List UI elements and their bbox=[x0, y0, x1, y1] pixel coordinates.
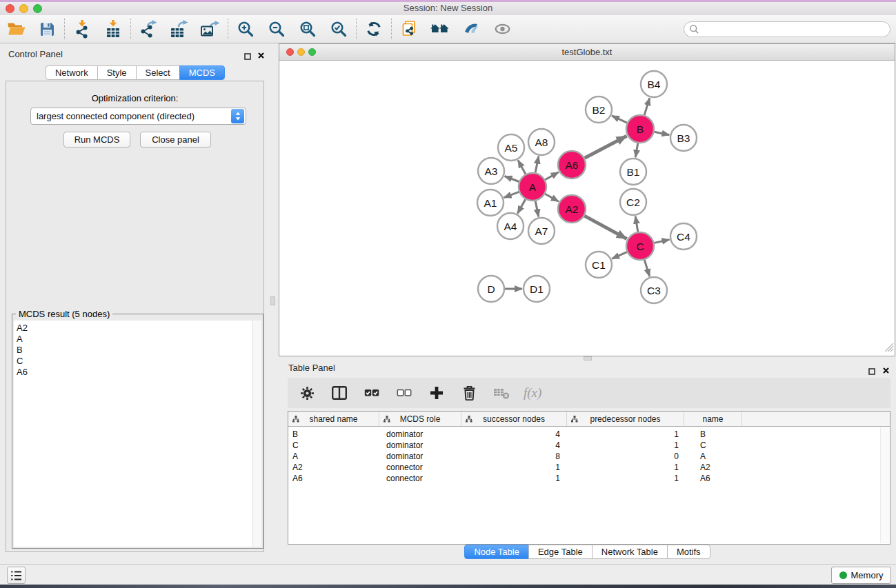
graph-edge-A6-B[interactable] bbox=[585, 136, 627, 158]
vertical-divider-handle[interactable] bbox=[270, 296, 275, 305]
graph-node-A[interactable]: A bbox=[519, 173, 546, 201]
table-row[interactable]: Adominator80A bbox=[288, 451, 890, 462]
import-table-button[interactable] bbox=[103, 17, 123, 41]
graph-edge-C-C4[interactable] bbox=[655, 240, 670, 243]
new-session-button[interactable] bbox=[399, 17, 419, 41]
graph-node-C[interactable]: C bbox=[626, 232, 654, 260]
mcds-result-item[interactable]: A bbox=[17, 334, 252, 345]
table-row[interactable]: A2connector11A2 bbox=[288, 462, 890, 473]
maximize-window-button[interactable] bbox=[33, 4, 42, 13]
import-network-button[interactable] bbox=[72, 17, 92, 41]
graph-edge-A2-C[interactable] bbox=[584, 216, 626, 239]
table-row[interactable]: A6connector11A6 bbox=[288, 473, 890, 484]
memory-button[interactable]: Memory bbox=[831, 567, 891, 584]
mcds-result-item[interactable]: C bbox=[17, 356, 252, 367]
graph-node-D[interactable]: D bbox=[478, 276, 504, 302]
network-canvas[interactable]: AA1A2A3A4A5A6A7A8BB1B2B3B4CC1C2C3C4DD1 bbox=[279, 61, 895, 356]
table-settings-button[interactable] bbox=[297, 381, 317, 405]
tab-select[interactable]: Select bbox=[136, 65, 180, 80]
graph-node-A1[interactable]: A1 bbox=[477, 190, 504, 216]
minimize-network-button[interactable] bbox=[297, 48, 305, 56]
float-table-panel-button[interactable] bbox=[868, 365, 875, 378]
home-button[interactable] bbox=[430, 17, 450, 41]
graph-node-A2[interactable]: A2 bbox=[558, 195, 586, 223]
tab-style[interactable]: Style bbox=[97, 65, 137, 80]
tab-network-table[interactable]: Network Table bbox=[592, 545, 668, 559]
graph-node-D1[interactable]: D1 bbox=[524, 276, 550, 302]
export-image-button[interactable] bbox=[200, 17, 221, 41]
graph-edge-B-B2[interactable] bbox=[612, 116, 627, 123]
graph-node-C2[interactable]: C2 bbox=[620, 189, 646, 215]
column-header-name[interactable]: name bbox=[684, 412, 742, 426]
close-network-button[interactable] bbox=[286, 48, 294, 56]
graph-node-A4[interactable]: A4 bbox=[497, 213, 524, 239]
graph-edge-A-A4[interactable] bbox=[517, 199, 525, 213]
zoom-fit-button[interactable] bbox=[297, 17, 318, 41]
graph-edge-A-A6[interactable] bbox=[545, 172, 559, 180]
mcds-result-item[interactable]: B bbox=[17, 345, 252, 356]
column-header-successor-nodes[interactable]: successor nodes bbox=[461, 412, 567, 426]
graph-edge-A-A1[interactable] bbox=[504, 192, 519, 197]
graph-node-B1[interactable]: B1 bbox=[620, 159, 646, 185]
run-mcds-button[interactable]: Run MCDS bbox=[63, 132, 130, 148]
deselect-all-button[interactable] bbox=[394, 381, 415, 405]
float-panel-button[interactable] bbox=[244, 50, 251, 63]
tab-mcds[interactable]: MCDS bbox=[179, 65, 225, 80]
close-window-button[interactable] bbox=[6, 4, 14, 13]
result-scrollbar[interactable] bbox=[252, 321, 261, 547]
graph-edge-B-B1[interactable] bbox=[635, 143, 637, 158]
graph-node-C3[interactable]: C3 bbox=[641, 277, 667, 303]
horizontal-divider-handle[interactable] bbox=[584, 356, 592, 361]
table-row[interactable]: Bdominator41B bbox=[288, 429, 890, 440]
graph-node-B3[interactable]: B3 bbox=[670, 125, 697, 151]
graph-edge-C-C1[interactable] bbox=[612, 252, 627, 259]
graph-edge-A-A3[interactable] bbox=[505, 176, 519, 182]
graph-node-A6[interactable]: A6 bbox=[558, 151, 586, 179]
tab-network[interactable]: Network bbox=[46, 65, 98, 80]
graph-node-B4[interactable]: B4 bbox=[641, 71, 667, 97]
zoom-in-button[interactable] bbox=[235, 17, 256, 41]
column-header-MCDS-role[interactable]: MCDS role bbox=[379, 412, 461, 426]
search-box[interactable] bbox=[684, 21, 890, 37]
graph-node-B2[interactable]: B2 bbox=[586, 97, 612, 123]
tab-node-table[interactable]: Node Table bbox=[464, 545, 529, 559]
graph-node-B[interactable]: B bbox=[626, 115, 654, 143]
column-header-shared-name[interactable]: shared name bbox=[288, 412, 379, 426]
function-builder-button[interactable]: f(x) bbox=[524, 381, 541, 405]
graph-node-A5[interactable]: A5 bbox=[498, 134, 524, 161]
graph-node-C1[interactable]: C1 bbox=[586, 252, 612, 278]
birdseye-toggle-button[interactable] bbox=[461, 17, 481, 41]
graph-edge-C-C2[interactable] bbox=[635, 216, 638, 232]
resize-grip[interactable] bbox=[885, 343, 894, 355]
zoom-selected-button[interactable] bbox=[328, 17, 349, 41]
graph-edge-A-A7[interactable] bbox=[535, 201, 539, 217]
graph-edge-A-A5[interactable] bbox=[518, 160, 526, 174]
graph-edge-A-A2[interactable] bbox=[545, 194, 559, 201]
graph-node-C4[interactable]: C4 bbox=[670, 223, 697, 250]
graph-node-A8[interactable]: A8 bbox=[528, 129, 555, 155]
table-row[interactable]: Cdominator41C bbox=[288, 440, 890, 451]
save-session-button[interactable] bbox=[37, 17, 57, 41]
close-table-panel-button[interactable] bbox=[882, 365, 890, 377]
mcds-result-list[interactable]: A2ABCA6 bbox=[14, 321, 252, 547]
delete-column-button[interactable] bbox=[459, 381, 479, 405]
open-session-button[interactable] bbox=[6, 17, 26, 41]
tab-edge-table[interactable]: Edge Table bbox=[528, 545, 593, 559]
graph-edge-A-A8[interactable] bbox=[535, 156, 539, 173]
maximize-network-button[interactable] bbox=[308, 48, 316, 56]
export-network-button[interactable] bbox=[138, 17, 159, 41]
graph-edge-B-B4[interactable] bbox=[644, 98, 650, 115]
add-column-button[interactable] bbox=[426, 381, 447, 405]
graph-edge-C-C3[interactable] bbox=[644, 260, 649, 276]
table-scrollbar[interactable] bbox=[880, 427, 889, 543]
zoom-out-button[interactable] bbox=[266, 17, 287, 41]
mcds-result-item[interactable]: A6 bbox=[17, 367, 252, 378]
column-layout-button[interactable] bbox=[329, 381, 350, 405]
search-input[interactable] bbox=[702, 23, 890, 36]
minimize-window-button[interactable] bbox=[19, 4, 28, 13]
graph-edge-B-B3[interactable] bbox=[655, 132, 670, 135]
graph-node-A3[interactable]: A3 bbox=[478, 158, 504, 184]
graph-node-A7[interactable]: A7 bbox=[528, 218, 555, 244]
show-graphics-button[interactable] bbox=[492, 17, 512, 41]
close-panel-button[interactable] bbox=[257, 50, 265, 62]
